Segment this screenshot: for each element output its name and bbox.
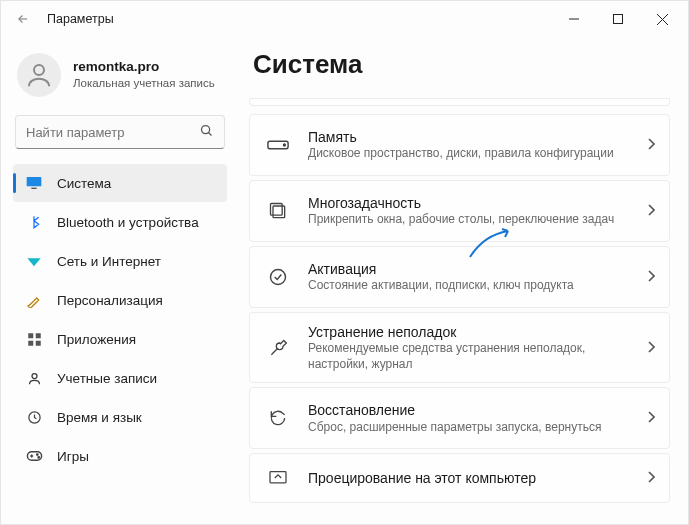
avatar	[17, 53, 61, 97]
sidebar-item-gaming[interactable]: Игры	[13, 437, 227, 475]
titlebar: Параметры	[1, 1, 688, 37]
wrench-icon	[264, 334, 292, 362]
sidebar-item-label: Учетные записи	[57, 371, 157, 386]
svg-rect-21	[271, 204, 283, 216]
close-button[interactable]	[640, 3, 684, 35]
svg-point-22	[271, 270, 286, 285]
card-title: Активация	[308, 260, 631, 278]
sidebar-item-bluetooth[interactable]: Bluetooth и устройства	[13, 203, 227, 241]
svg-rect-8	[31, 188, 36, 189]
storage-icon	[264, 131, 292, 159]
chevron-right-icon	[647, 268, 655, 286]
svg-rect-15	[27, 452, 41, 461]
user-subtitle: Локальная учетная запись	[73, 76, 215, 90]
bluetooth-icon	[25, 213, 43, 231]
back-button[interactable]	[5, 1, 41, 37]
sidebar-item-label: Сеть и Интернет	[57, 254, 161, 269]
svg-point-19	[284, 144, 286, 146]
card-recovery[interactable]: Восстановление Сброс, расширенные параме…	[249, 387, 670, 449]
truncated-card-top	[249, 98, 670, 106]
card-subtitle: Сброс, расширенные параметры запуска, ве…	[308, 420, 631, 436]
search-input[interactable]	[26, 125, 199, 140]
sidebar-item-label: Bluetooth и устройства	[57, 215, 199, 230]
sidebar-item-label: Приложения	[57, 332, 136, 347]
chevron-right-icon	[647, 409, 655, 427]
card-title: Проецирование на этот компьютер	[308, 469, 631, 487]
clock-icon	[25, 408, 43, 426]
system-icon	[25, 174, 43, 192]
card-activation[interactable]: Активация Состояние активации, подписки,…	[249, 246, 670, 308]
svg-rect-11	[28, 340, 33, 345]
svg-rect-23	[270, 472, 286, 483]
sidebar-item-network[interactable]: Сеть и Интернет	[13, 242, 227, 280]
main-pane: Система Память Дисковое пространство, ди…	[239, 37, 688, 513]
card-project[interactable]: Проецирование на этот компьютер	[249, 453, 670, 503]
card-troubleshoot[interactable]: Устранение неполадок Рекомендуемые средс…	[249, 312, 670, 383]
person-icon	[25, 369, 43, 387]
card-subtitle: Дисковое пространство, диски, правила ко…	[308, 146, 631, 162]
svg-rect-7	[27, 177, 42, 186]
search-box[interactable]	[15, 115, 225, 149]
project-icon	[264, 464, 292, 492]
chevron-right-icon	[647, 339, 655, 357]
check-circle-icon	[264, 263, 292, 291]
card-title: Устранение неполадок	[308, 323, 631, 341]
card-title: Память	[308, 128, 631, 146]
apps-icon	[25, 330, 43, 348]
sidebar-item-apps[interactable]: Приложения	[13, 320, 227, 358]
card-title: Восстановление	[308, 401, 631, 419]
svg-line-6	[209, 132, 212, 135]
svg-point-4	[34, 65, 44, 75]
sidebar-nav: Система Bluetooth и устройства Сеть и Ин…	[5, 163, 235, 524]
chevron-right-icon	[647, 202, 655, 220]
svg-rect-20	[273, 206, 285, 218]
network-icon	[25, 252, 43, 270]
svg-rect-9	[28, 333, 33, 338]
svg-point-5	[202, 125, 210, 133]
sidebar-item-system[interactable]: Система	[13, 164, 227, 202]
sidebar-item-label: Система	[57, 176, 111, 191]
card-multitasking[interactable]: Многозадачность Прикрепить окна, рабочие…	[249, 180, 670, 242]
search-icon	[199, 123, 214, 142]
chevron-right-icon	[647, 136, 655, 154]
user-name: remontka.pro	[73, 59, 215, 76]
card-title: Многозадачность	[308, 194, 631, 212]
sidebar-item-label: Время и язык	[57, 410, 142, 425]
brush-icon	[25, 291, 43, 309]
sidebar: remontka.pro Локальная учетная запись Си…	[1, 37, 239, 524]
svg-rect-12	[35, 340, 40, 345]
svg-point-13	[32, 373, 37, 378]
svg-point-17	[38, 457, 39, 458]
sidebar-item-label: Персонализация	[57, 293, 163, 308]
svg-rect-1	[614, 15, 623, 24]
multitask-icon	[264, 197, 292, 225]
maximize-button[interactable]	[596, 3, 640, 35]
user-block[interactable]: remontka.pro Локальная учетная запись	[5, 43, 235, 111]
svg-point-16	[36, 454, 37, 455]
svg-rect-10	[35, 333, 40, 338]
card-storage[interactable]: Память Дисковое пространство, диски, пра…	[249, 114, 670, 176]
chevron-right-icon	[647, 469, 655, 487]
card-subtitle: Рекомендуемые средства устранения непола…	[308, 341, 631, 372]
recovery-icon	[264, 404, 292, 432]
sidebar-item-accounts[interactable]: Учетные записи	[13, 359, 227, 397]
sidebar-item-time-language[interactable]: Время и язык	[13, 398, 227, 436]
gamepad-icon	[25, 447, 43, 465]
sidebar-item-label: Игры	[57, 449, 89, 464]
window-title: Параметры	[47, 12, 114, 26]
page-heading: Система	[249, 37, 670, 98]
card-subtitle: Прикрепить окна, рабочие столы, переключ…	[308, 212, 631, 228]
card-subtitle: Состояние активации, подписки, ключ прод…	[308, 278, 631, 294]
sidebar-item-personalization[interactable]: Персонализация	[13, 281, 227, 319]
minimize-button[interactable]	[552, 3, 596, 35]
